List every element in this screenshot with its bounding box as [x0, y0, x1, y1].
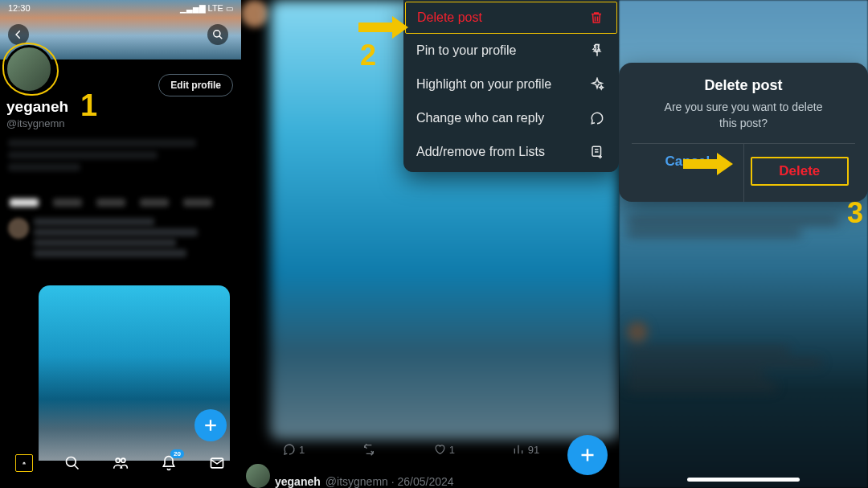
list-add-icon: [588, 145, 606, 159]
status-network: ▁▃▅▇ LTE ▭: [180, 3, 233, 13]
tutorial-arrow-3: [683, 154, 733, 174]
comment-icon: [283, 443, 296, 456]
dialog-title: Delete post: [632, 77, 855, 94]
dialog-delete-button[interactable]: Delete: [744, 144, 856, 202]
profile-avatar[interactable]: [5, 45, 53, 93]
home-icon: [23, 456, 26, 470]
step-1-screenshot: 12:30 ▁▃▅▇ LTE ▭ Edit profile yeganeh @i…: [0, 0, 241, 488]
sparkle-icon: [588, 77, 606, 92]
edit-profile-button[interactable]: Edit profile: [158, 74, 233, 96]
tutorial-arrow-2: [358, 18, 408, 37]
like-action[interactable]: 1: [433, 443, 455, 456]
heart-icon: [433, 443, 446, 456]
svg-point-1: [67, 457, 76, 467]
svg-point-2: [116, 458, 120, 462]
people-icon: [112, 455, 129, 471]
step-number-2: 2: [360, 39, 376, 72]
menu-change-reply[interactable]: Change who can reply: [403, 101, 619, 135]
views-action[interactable]: 91: [512, 443, 539, 456]
menu-lists[interactable]: Add/remove from Lists: [403, 135, 619, 169]
home-indicator[interactable]: [687, 478, 800, 482]
svg-point-0: [214, 31, 220, 37]
repost-icon: [362, 443, 376, 456]
compose-fab[interactable]: [194, 409, 227, 441]
arrow-left-icon: [13, 29, 24, 40]
compose-fab[interactable]: [567, 435, 608, 475]
notif-badge: 20: [170, 449, 184, 458]
search-icon: [212, 29, 223, 40]
bottom-nav: 20: [0, 445, 241, 482]
repost-action[interactable]: [362, 443, 376, 456]
step-3-screenshot: Delete post Are you sure you want to del…: [619, 0, 868, 488]
pin-icon: [588, 43, 606, 58]
nav-communities[interactable]: [112, 454, 129, 472]
menu-label: Highlight on your profile: [416, 77, 551, 92]
nav-search[interactable]: [63, 454, 81, 472]
nav-notifications[interactable]: 20: [160, 454, 178, 472]
svg-point-3: [121, 458, 125, 462]
step-2-screenshot: Delete post Pin to your profile Highligh…: [241, 0, 619, 488]
menu-pin-profile[interactable]: Pin to your profile: [403, 34, 619, 68]
menu-label: Add/remove from Lists: [416, 145, 545, 159]
trash-icon: [588, 10, 605, 25]
post-context-menu: Delete post Pin to your profile Highligh…: [403, 0, 619, 172]
profile-handle: @itsygnemn: [6, 117, 64, 129]
status-bar: 12:30 ▁▃▅▇ LTE ▭: [0, 0, 241, 16]
menu-label: Delete post: [417, 10, 482, 25]
post-action-bar: 1 1 91: [283, 437, 609, 462]
status-time: 12:30: [8, 3, 31, 13]
nav-home[interactable]: [15, 454, 33, 472]
mail-icon: [209, 455, 225, 471]
display-name: yeganeh: [6, 98, 68, 116]
menu-label: Pin to your profile: [416, 43, 517, 58]
post-author-name[interactable]: yeganeh: [275, 475, 321, 488]
dialog-body: Are you sure you want to delete this pos…: [632, 99, 855, 132]
step-number-1: 1: [80, 88, 97, 123]
reply-action[interactable]: 1: [283, 443, 305, 456]
menu-delete-post[interactable]: Delete post: [405, 2, 617, 34]
post-meta-row: yeganeh @itsygnemn · 26/05/2024: [275, 475, 619, 488]
plus-icon: [203, 418, 218, 433]
tutorial-row: 12:30 ▁▃▅▇ LTE ▭ Edit profile yeganeh @i…: [0, 0, 868, 488]
banner-search-button[interactable]: [207, 24, 228, 45]
post-author-avatar[interactable]: [246, 464, 270, 488]
menu-highlight[interactable]: Highlight on your profile: [403, 68, 619, 101]
nav-messages[interactable]: [208, 454, 226, 472]
reply-icon: [588, 111, 606, 125]
plus-icon: [579, 447, 596, 463]
chart-icon: [512, 443, 525, 456]
search-icon: [64, 455, 80, 471]
step-number-3: 3: [847, 196, 863, 230]
menu-label: Change who can reply: [416, 111, 544, 125]
delete-confirm-dialog: Delete post Are you sure you want to del…: [619, 63, 868, 202]
